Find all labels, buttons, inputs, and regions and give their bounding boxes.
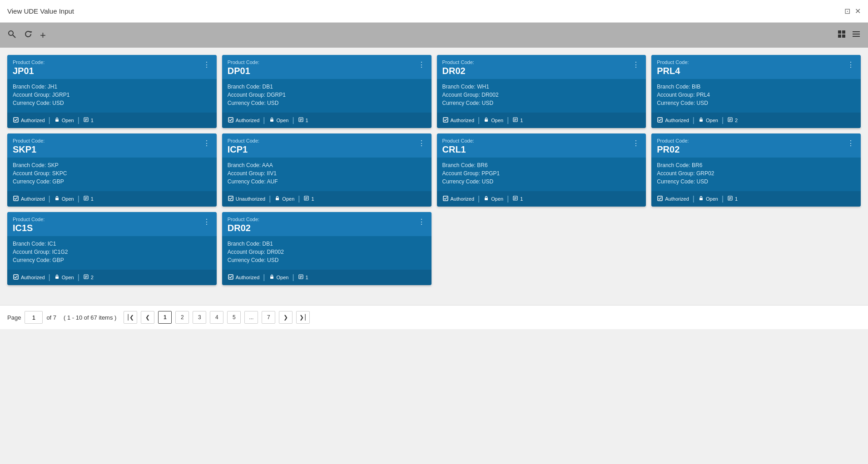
card-header-text-1: Product Code: DP01: [228, 59, 259, 76]
page-4-button[interactable]: 4: [210, 311, 223, 324]
prev-page-button[interactable]: ❮: [141, 311, 154, 324]
lock-item-4[interactable]: Open: [54, 195, 74, 202]
card-footer-5: Unauthorized | Open |: [222, 191, 432, 207]
card-header-text-0: Product Code: JP01: [13, 59, 45, 76]
lock-item-0[interactable]: Open: [54, 117, 74, 124]
lock-item-5[interactable]: Open: [274, 195, 294, 202]
lock-label-8: Open: [62, 275, 74, 280]
lock-icon-6: [483, 195, 489, 202]
status-item-5[interactable]: Unauthorized: [228, 195, 265, 203]
count-item-3[interactable]: 2: [727, 117, 738, 124]
account-group-7: Account Group: GRP02: [657, 170, 855, 177]
count-item-5[interactable]: 1: [303, 195, 314, 202]
card-2: Product Code: DR02 ⋮ Branch Code: WH1 Ac…: [437, 55, 646, 128]
items-info: ( 1 - 10 of 67 items ): [64, 314, 116, 321]
grid-view-button[interactable]: [837, 30, 846, 41]
lock-item-3[interactable]: Open: [698, 117, 718, 124]
svg-rect-7: [853, 34, 860, 35]
count-item-2[interactable]: 1: [512, 117, 523, 124]
svg-point-0: [9, 31, 13, 35]
status-icon-7: [657, 195, 663, 203]
currency-code-8: Currency Code: GBP: [13, 257, 211, 263]
grid-icon: [837, 30, 846, 39]
refresh-button[interactable]: [24, 30, 33, 41]
lock-item-9[interactable]: Open: [269, 274, 289, 281]
product-code-2: DR02: [442, 66, 474, 76]
search-button[interactable]: [7, 30, 16, 41]
page-1-button[interactable]: 1: [158, 311, 172, 324]
card-footer-4: Authorized | Open |: [7, 191, 217, 207]
status-item-3[interactable]: Authorized: [657, 117, 689, 124]
card-menu-btn-9[interactable]: ⋮: [417, 217, 426, 227]
card-footer-0: Authorized | Open |: [7, 113, 217, 128]
product-label-6: Product Code:: [442, 138, 474, 143]
card-footer-1: Authorized | Open |: [222, 113, 432, 128]
status-item-1[interactable]: Authorized: [228, 117, 260, 124]
card-grid: Product Code: JP01 ⋮ Branch Code: JH1 Ac…: [7, 55, 861, 285]
product-label-4: Product Code:: [13, 138, 45, 143]
add-button[interactable]: +: [40, 30, 46, 41]
lock-item-8[interactable]: Open: [54, 274, 74, 281]
first-page-button[interactable]: ⎮❮: [124, 311, 137, 324]
card-header-8: Product Code: IC1S ⋮: [7, 212, 217, 236]
lock-item-2[interactable]: Open: [483, 117, 503, 124]
count-item-4[interactable]: 1: [83, 195, 94, 202]
card-menu-btn-4[interactable]: ⋮: [202, 138, 211, 148]
status-icon-2: [442, 117, 449, 124]
status-label-0: Authorized: [21, 118, 45, 123]
status-item-2[interactable]: Authorized: [442, 117, 475, 124]
card-menu-btn-7[interactable]: ⋮: [846, 138, 855, 148]
lock-item-7[interactable]: Open: [698, 195, 718, 202]
product-label-2: Product Code:: [442, 59, 474, 65]
lock-item-1[interactable]: Open: [269, 117, 289, 124]
menu-button[interactable]: [852, 30, 861, 41]
status-item-7[interactable]: Authorized: [657, 195, 689, 203]
status-icon-6: [442, 195, 449, 203]
close-button[interactable]: ✕: [855, 7, 861, 15]
product-code-3: PRL4: [657, 66, 689, 76]
page-7-button[interactable]: 7: [262, 311, 275, 324]
svg-rect-22: [485, 119, 488, 122]
product-code-5: ICP1: [228, 144, 259, 155]
count-item-8[interactable]: 2: [83, 274, 94, 281]
last-page-button[interactable]: ❯⎮: [296, 311, 310, 324]
card-menu-btn-2[interactable]: ⋮: [631, 59, 640, 70]
svg-rect-8: [853, 36, 860, 37]
count-item-9[interactable]: 1: [298, 274, 308, 281]
count-item-7[interactable]: 1: [727, 195, 738, 202]
status-item-8[interactable]: Authorized: [13, 274, 45, 281]
count-item-0[interactable]: 1: [83, 117, 94, 124]
status-label-5: Unauthorized: [236, 196, 265, 202]
minimize-button[interactable]: ⊡: [844, 7, 850, 15]
status-item-9[interactable]: Authorized: [228, 274, 260, 281]
card-body-8: Branch Code: IC1 Account Group: IC1G2 Cu…: [7, 236, 217, 270]
page-2-button[interactable]: 2: [175, 311, 189, 324]
product-code-4: SKP1: [13, 144, 45, 155]
branch-code-4: Branch Code: SKP: [13, 162, 211, 168]
lock-icon-4: [54, 195, 60, 202]
card-menu-btn-0[interactable]: ⋮: [202, 59, 211, 70]
currency-code-6: Currency Code: USD: [442, 178, 641, 185]
page-input[interactable]: [25, 311, 43, 324]
count-item-1[interactable]: 1: [298, 117, 308, 124]
card-menu-btn-6[interactable]: ⋮: [631, 138, 640, 148]
page-3-button[interactable]: 3: [193, 311, 206, 324]
status-item-0[interactable]: Authorized: [13, 117, 45, 124]
next-page-button[interactable]: ❯: [279, 311, 293, 324]
status-item-6[interactable]: Authorized: [442, 195, 475, 203]
count-item-6[interactable]: 1: [512, 195, 523, 202]
page-5-button[interactable]: 5: [227, 311, 241, 324]
card-menu-btn-5[interactable]: ⋮: [417, 138, 426, 148]
card-menu-btn-3[interactable]: ⋮: [846, 59, 855, 70]
search-icon: [7, 30, 16, 39]
card-menu-btn-8[interactable]: ⋮: [202, 217, 211, 227]
card-menu-btn-1[interactable]: ⋮: [417, 59, 426, 70]
status-item-4[interactable]: Authorized: [13, 195, 45, 203]
pagination-bar: Page of 7 ( 1 - 10 of 67 items ) ⎮❮ ❮ 1 …: [0, 305, 868, 329]
status-icon-3: [657, 117, 663, 124]
status-label-2: Authorized: [451, 118, 475, 123]
product-code-7: PR02: [657, 144, 689, 155]
lock-item-6[interactable]: Open: [483, 195, 503, 202]
svg-rect-10: [55, 119, 59, 122]
account-group-0: Account Group: JGRP1: [13, 92, 211, 98]
